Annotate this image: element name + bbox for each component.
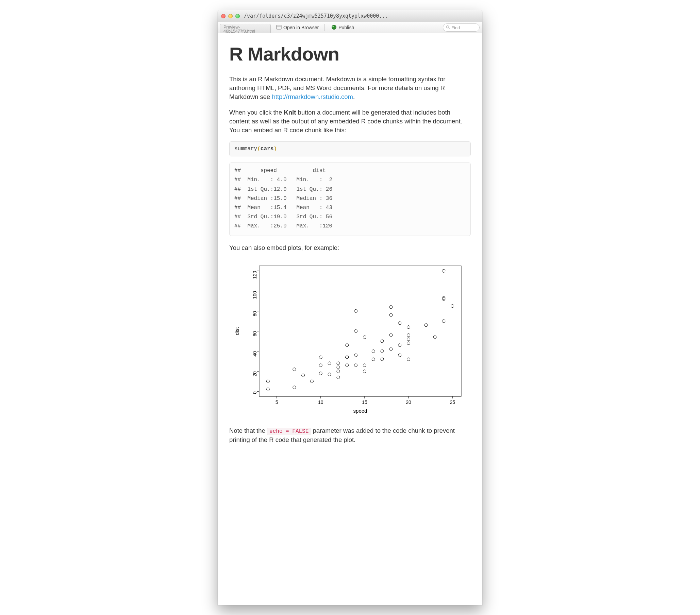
svg-point-64 <box>389 334 392 337</box>
inline-code-echo: echo = FALSE <box>267 428 311 435</box>
knit-text-1: When you click the <box>229 109 284 116</box>
svg-rect-0 <box>276 25 281 29</box>
echo-note-paragraph: Note that the echo = FALSE parameter was… <box>229 426 471 444</box>
code-paren-open: ( <box>257 146 261 152</box>
svg-text:20: 20 <box>406 399 411 405</box>
svg-point-77 <box>442 320 445 323</box>
svg-point-39 <box>319 364 322 367</box>
zoom-window-button[interactable] <box>235 14 240 18</box>
svg-point-40 <box>319 356 322 359</box>
svg-text:25: 25 <box>450 399 455 405</box>
svg-point-44 <box>337 370 340 373</box>
svg-point-62 <box>380 339 384 343</box>
svg-point-57 <box>363 336 366 339</box>
svg-text:10: 10 <box>318 399 324 405</box>
svg-point-59 <box>372 350 375 353</box>
svg-point-55 <box>363 370 366 373</box>
intro-paragraph: This is an R Markdown document. Markdown… <box>229 75 471 101</box>
echo-text-1: Note that the <box>229 427 267 434</box>
minimize-window-button[interactable] <box>228 14 233 18</box>
window-controls <box>221 14 240 18</box>
titlebar: /var/folders/c3/z24wjmw525710y8yxqtyplxw… <box>218 10 482 22</box>
svg-point-42 <box>328 362 331 365</box>
svg-point-33 <box>266 380 270 383</box>
code-fn: summary <box>234 146 257 152</box>
code-paren-close: ) <box>274 146 277 152</box>
find-input[interactable]: Find <box>443 24 479 31</box>
knit-strong: Knit <box>284 109 296 116</box>
search-icon <box>446 25 450 30</box>
svg-text:dist: dist <box>234 327 240 335</box>
svg-text:0: 0 <box>252 391 258 394</box>
svg-point-60 <box>380 358 384 361</box>
intro-text-2: . <box>353 93 355 100</box>
svg-point-35 <box>293 368 296 371</box>
svg-text:120: 120 <box>252 271 258 279</box>
browser-icon <box>276 25 282 31</box>
svg-point-80 <box>442 270 445 273</box>
publish-label: Publish <box>338 25 354 30</box>
open-in-browser-label: Open in Browser <box>283 25 319 30</box>
svg-point-72 <box>407 337 410 341</box>
svg-point-63 <box>389 348 392 351</box>
cars-scatter-plot: 510152025020406080100120speeddist <box>233 261 467 418</box>
find-placeholder: Find <box>451 25 476 30</box>
svg-point-46 <box>337 362 340 365</box>
toolbar-separator <box>324 24 325 31</box>
svg-point-76 <box>433 336 436 339</box>
svg-point-65 <box>389 314 392 317</box>
svg-point-69 <box>398 322 401 325</box>
svg-point-49 <box>346 356 349 359</box>
svg-point-56 <box>363 364 366 367</box>
svg-point-81 <box>451 305 454 308</box>
svg-point-68 <box>398 344 401 347</box>
svg-line-4 <box>449 28 450 29</box>
close-window-button[interactable] <box>221 14 225 18</box>
preview-tab[interactable]: Preview- 46b15477f8.html <box>220 24 271 33</box>
plot-intro-paragraph: You can also embed plots, for example: <box>229 243 471 252</box>
code-chunk-summary: summary(cars) <box>229 141 471 156</box>
svg-text:20: 20 <box>252 371 258 377</box>
window-title-path: /var/folders/c3/z24wjmw525710y8yxqtyplxw… <box>244 13 479 19</box>
svg-point-47 <box>346 364 349 367</box>
svg-point-41 <box>328 373 331 376</box>
svg-point-45 <box>337 366 340 369</box>
svg-point-51 <box>354 364 358 367</box>
svg-text:100: 100 <box>252 291 258 299</box>
svg-point-52 <box>354 354 358 357</box>
svg-text:60: 60 <box>252 331 258 336</box>
svg-point-36 <box>302 374 305 377</box>
svg-point-71 <box>407 342 410 345</box>
svg-rect-5 <box>259 266 461 396</box>
svg-point-50 <box>346 344 349 347</box>
publish-button[interactable]: Publish <box>328 24 357 31</box>
svg-text:speed: speed <box>353 408 367 414</box>
svg-point-43 <box>337 376 340 379</box>
code-output-summary: ## speed dist ## Min. : 4.0 Min. : 2 ## … <box>229 163 471 236</box>
svg-point-66 <box>389 306 392 309</box>
svg-point-3 <box>447 26 449 28</box>
svg-text:80: 80 <box>252 311 258 317</box>
open-in-browser-button[interactable]: Open in Browser <box>274 24 322 31</box>
svg-point-67 <box>398 354 401 357</box>
svg-point-61 <box>380 350 384 353</box>
svg-text:15: 15 <box>362 399 367 405</box>
page-title: R Markdown <box>229 41 471 67</box>
document-body: R Markdown This is an R Markdown documen… <box>218 33 482 461</box>
svg-point-54 <box>354 310 358 313</box>
svg-text:5: 5 <box>275 399 278 405</box>
toolbar: Preview- 46b15477f8.html Open in Browser <box>218 22 482 33</box>
svg-point-70 <box>407 358 410 361</box>
svg-point-32 <box>266 388 270 391</box>
preview-window: /var/folders/c3/z24wjmw525710y8yxqtyplxw… <box>218 10 482 605</box>
svg-point-73 <box>407 334 410 337</box>
svg-point-38 <box>319 372 322 375</box>
plot-container: 510152025020406080100120speeddist <box>229 261 471 418</box>
rmarkdown-link[interactable]: http://rmarkdown.rstudio.com <box>272 93 353 100</box>
svg-text:40: 40 <box>252 351 258 357</box>
code-arg: cars <box>261 146 274 152</box>
svg-point-75 <box>425 324 427 327</box>
knit-paragraph: When you click the Knit button a documen… <box>229 108 471 134</box>
globe-icon <box>331 25 337 31</box>
svg-point-53 <box>354 330 358 333</box>
